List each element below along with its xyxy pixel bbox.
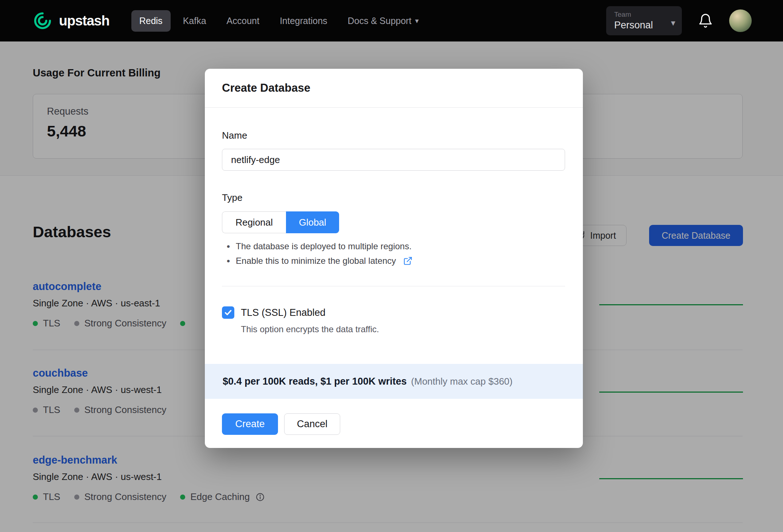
chevron-down-icon: ▾ <box>415 16 419 25</box>
team-select-value: Personal <box>614 20 661 31</box>
cancel-button[interactable]: Cancel <box>284 413 340 435</box>
tls-row: TLS (SSL) Enabled <box>222 306 326 319</box>
nav-item-integrations[interactable]: Integrations <box>272 10 335 32</box>
tls-help-text: This option encrypts the data traffic. <box>241 324 379 334</box>
database-name-input[interactable] <box>222 149 565 171</box>
modal-divider <box>222 286 565 286</box>
type-option-global[interactable]: Global <box>286 211 339 233</box>
checkmark-icon <box>224 308 232 317</box>
create-database-modal: Create Database Name Type Regional Globa… <box>205 69 583 448</box>
external-link-icon[interactable] <box>403 256 413 266</box>
name-field-label: Name <box>222 130 247 141</box>
type-segmented-control: Regional Global <box>222 211 339 233</box>
type-field-label: Type <box>222 192 242 203</box>
create-button[interactable]: Create <box>222 413 278 435</box>
type-option-regional[interactable]: Regional <box>222 211 286 233</box>
tls-checkbox[interactable] <box>222 306 234 319</box>
type-bullet: Enable this to minimize the global laten… <box>227 254 413 268</box>
team-select[interactable]: Team Personal ▾ <box>606 6 682 35</box>
upstash-brand[interactable]: upstash <box>33 11 110 31</box>
nav-item-redis[interactable]: Redis <box>131 10 171 32</box>
navbar-right: Team Personal ▾ <box>606 6 752 35</box>
notifications-bell-icon[interactable] <box>698 13 713 28</box>
user-avatar[interactable] <box>729 9 752 32</box>
pricing-text: $0.4 per 100K reads, $1 per 100K writes <box>223 376 407 387</box>
modal-header: Create Database <box>205 69 583 108</box>
team-select-label: Team <box>614 11 661 19</box>
type-bullet: The database is deployed to multiple reg… <box>227 239 413 254</box>
nav-item-account[interactable]: Account <box>219 10 267 32</box>
nav-item-docs-support[interactable]: Docs & Support ▾ <box>340 10 427 32</box>
brand-name: upstash <box>59 13 110 29</box>
pricing-note: (Monthly max cap $360) <box>411 376 513 387</box>
modal-actions: Create Cancel <box>222 413 340 435</box>
top-navbar: upstash Redis Kafka Account Integrations… <box>0 0 783 41</box>
tls-label: TLS (SSL) Enabled <box>241 307 326 318</box>
modal-title: Create Database <box>222 82 310 95</box>
nav-items: Redis Kafka Account Integrations Docs & … <box>131 10 427 32</box>
type-description-list: The database is deployed to multiple reg… <box>227 239 413 268</box>
nav-item-kafka[interactable]: Kafka <box>175 10 214 32</box>
chevron-down-icon: ▾ <box>671 18 675 28</box>
upstash-logo-icon <box>33 11 52 31</box>
pricing-banner: $0.4 per 100K reads, $1 per 100K writes … <box>205 364 583 399</box>
